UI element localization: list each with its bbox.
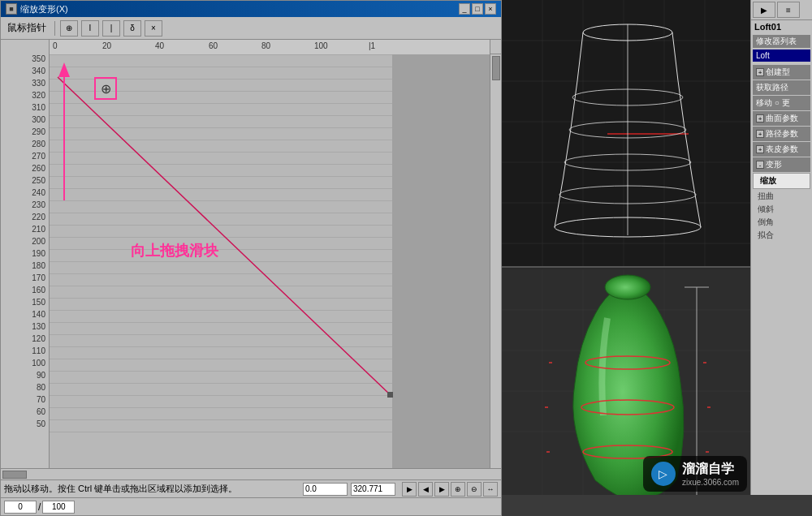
ruler-corner (1, 40, 50, 54)
horizontal-scroll-thumb[interactable] (2, 471, 27, 479)
section-header-getpath[interactable]: 获取路径 (753, 80, 810, 95)
status-icon-zoom-in[interactable]: ⊕ (451, 482, 465, 497)
y-label-240: 240 (32, 188, 45, 197)
toolbar-btn-move[interactable]: ⊕ (60, 20, 78, 37)
x-label-40: 40 (155, 41, 164, 50)
section-toggle-surface[interactable]: + (756, 114, 764, 123)
status-icon-fit[interactable]: ↔ (483, 482, 498, 497)
deform-tilt-label: 倾斜 (758, 204, 774, 213)
deform-scale-item[interactable]: 缩放 (753, 173, 810, 189)
deform-bevel-item[interactable]: 倒角 (751, 216, 812, 229)
y-label-210: 210 (32, 225, 45, 234)
section-header-deform[interactable]: - 变形 (753, 157, 810, 172)
section-label-surface: 曲面参数 (766, 113, 798, 124)
x-label-60: 60 (209, 41, 218, 50)
y-label-350: 350 (32, 54, 45, 63)
svg-point-34 (605, 275, 650, 299)
watermark-sub-text: zixue.3066.com (682, 478, 739, 487)
right-panel: ▶ ≡ Loft01 修改器列表 Loft + 创建型 获取路径 移动 ○ 更 … (502, 0, 812, 516)
y-label-110: 110 (32, 346, 45, 355)
section-toggle-skin[interactable]: + (756, 145, 764, 153)
dialog-toolbar: 鼠标指针 ⊕ I | δ × (1, 17, 501, 40)
section-toggle-deform[interactable]: - (756, 161, 764, 169)
status-icon-zoom-out[interactable]: ⊖ (467, 482, 482, 497)
dialog-titlebar: ■ 缩放变形(X) _ □ × (1, 1, 501, 17)
section-label-deform: 变形 (766, 159, 782, 170)
y-label-280: 280 (32, 140, 45, 148)
deform-twist-item[interactable]: 扭曲 (751, 190, 812, 203)
toolbar-separator-1 (54, 21, 55, 36)
status-icon-arrow-left[interactable]: ◀ (418, 482, 433, 497)
section-header-surface[interactable]: + 曲面参数 (753, 111, 810, 126)
y-label-250: 250 (32, 176, 45, 185)
svg-line-0 (58, 77, 391, 395)
sidebar-icon-1[interactable]: ▶ (753, 2, 775, 18)
y-label-130: 130 (32, 322, 45, 331)
deform-scale-label: 缩放 (760, 176, 776, 185)
cursor-crosshair-icon: ⊕ (101, 81, 111, 97)
section-header-pathparam[interactable]: + 路径参数 (753, 127, 810, 141)
y-label-200: 200 (32, 237, 45, 246)
section-toggle-create[interactable]: + (756, 68, 764, 76)
status-bar: 拖动以移动。按住 Ctrl 键单击或拖出区域程以添加到选择。 ▶ ◀ ▶ ⊕ ⊖… (1, 479, 501, 497)
y-label-260: 260 (32, 164, 45, 173)
section-header-move[interactable]: 移动 ○ 更 (753, 96, 810, 110)
y-label-50: 50 (37, 419, 45, 428)
status-icon-arrow-right[interactable]: ▶ (434, 482, 449, 497)
section-header-skin[interactable]: + 表皮参数 (753, 142, 810, 157)
toolbar-btn-i[interactable]: I (81, 20, 99, 37)
y-label-90: 90 (37, 371, 45, 380)
vertical-scrollbar[interactable] (490, 54, 501, 468)
section-label-move: 移动 ○ 更 (756, 97, 790, 109)
mouse-pointer-label: 鼠标指针 (4, 19, 50, 37)
frame-separator: / (37, 501, 42, 513)
toolbar-btn-bar[interactable]: | (102, 20, 120, 37)
y-axis-ruler: 360 350 340 330 320 310 300 290 280 270 … (1, 54, 50, 468)
y-label-290: 290 (32, 127, 45, 136)
frame-total[interactable] (42, 501, 75, 514)
y-label-120: 120 (32, 334, 45, 343)
dialog-titlebar-btns: _ □ × (459, 3, 496, 15)
sidebar-sections: + 创建型 获取路径 移动 ○ 更 + 曲面参数 + 路径参数 + 表皮参数 (751, 65, 812, 242)
x-label-80: 80 (261, 41, 270, 50)
toolbar-btn-x[interactable]: × (145, 20, 162, 37)
sidebar-icon-2[interactable]: ≡ (777, 2, 800, 18)
section-label-skin: 表皮参数 (766, 144, 798, 155)
dialog-titlebar-left: ■ 缩放变形(X) (6, 3, 68, 15)
watermark-main-text: 溜溜自学 (682, 461, 739, 478)
status-icon-play[interactable]: ▶ (402, 482, 417, 497)
sidebar-top-icons: ▶ ≡ (751, 0, 812, 20)
deform-fit-item[interactable]: 拟合 (751, 229, 812, 242)
status-icons: ▶ ◀ ▶ ⊕ ⊖ ↔ (402, 482, 498, 497)
frame-counter: / (1, 497, 501, 515)
section-header-create[interactable]: + 创建型 (753, 65, 810, 80)
status-value1[interactable] (303, 483, 348, 496)
section-label-create: 创建型 (766, 67, 790, 78)
gray-region (392, 54, 490, 468)
y-label-160: 160 (32, 286, 45, 295)
toolbar-btn-lock[interactable]: δ (123, 20, 141, 37)
status-text: 拖动以移动。按住 Ctrl 键单击或拖出区域程以添加到选择。 (4, 483, 296, 495)
close-button[interactable]: × (485, 3, 496, 15)
watermark-play-icon: ▷ (659, 467, 667, 480)
right-sidebar: ▶ ≡ Loft01 修改器列表 Loft + 创建型 获取路径 移动 ○ 更 … (750, 0, 812, 516)
loft-modifier-item[interactable]: Loft (753, 49, 810, 62)
x-label-end: |1 (369, 41, 375, 50)
y-label-270: 270 (32, 152, 45, 161)
maximize-button[interactable]: □ (472, 3, 483, 15)
horizontal-scrollbar[interactable] (1, 468, 501, 479)
status-values (303, 483, 395, 496)
vertical-scroll-thumb[interactable] (492, 56, 500, 80)
dialog-title-icon: ■ (6, 3, 17, 15)
minimize-button[interactable]: _ (459, 3, 470, 15)
graph-content[interactable]: ⊕ 向上拖拽滑块 (50, 54, 490, 468)
section-toggle-pathparam[interactable]: + (756, 130, 764, 138)
y-label-220: 220 (32, 213, 45, 221)
status-value2[interactable] (351, 483, 395, 496)
deform-fit-label: 拟合 (758, 230, 774, 239)
y-label-70: 70 (37, 395, 45, 404)
deform-tilt-item[interactable]: 倾斜 (751, 203, 812, 216)
y-label-230: 230 (32, 200, 45, 209)
frame-current[interactable] (4, 501, 37, 514)
cursor-indicator: ⊕ (94, 77, 117, 100)
